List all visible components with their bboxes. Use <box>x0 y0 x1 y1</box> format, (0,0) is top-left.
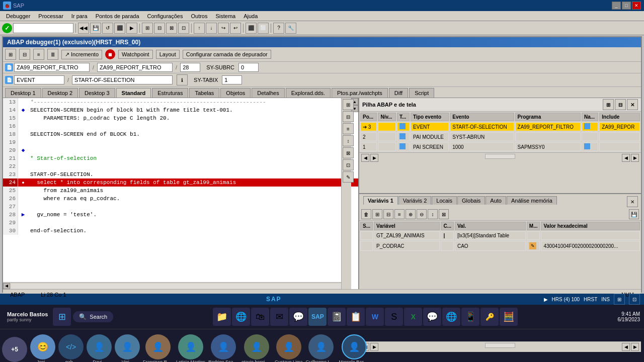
stack-btn-2[interactable]: ⊟ <box>615 99 626 110</box>
tab-diff[interactable]: Diff <box>389 88 408 98</box>
vars-btn-5[interactable]: ⊕ <box>406 209 416 219</box>
watchpoint-btn[interactable]: Watchpoint <box>118 50 153 59</box>
avatar-gustavo-circle[interactable]: 👤 <box>276 334 301 359</box>
taskbar-app-phone[interactable]: 📱 <box>461 308 479 326</box>
tab-script[interactable]: Script <box>409 88 434 98</box>
avatar-marcelo-circle[interactable]: 👤 <box>342 334 367 359</box>
addr-sytabix-input[interactable] <box>222 75 242 84</box>
tab-detalhes[interactable]: Detalhes <box>252 88 284 98</box>
code-hscroll[interactable]: ◀ ▶ <box>3 282 351 289</box>
toolbar-btn-6[interactable]: ↓ <box>206 23 217 34</box>
taskbar-app-mail[interactable]: ✉ <box>270 308 288 326</box>
tab-tabelas[interactable]: Tabelas <box>189 88 219 98</box>
vars-btn-3[interactable]: ⊟ <box>383 209 393 219</box>
toolbar-btn-back[interactable]: ◀◀ <box>78 23 89 34</box>
tab-desktop1[interactable]: Desktop 1 <box>5 88 41 98</box>
stack-nav-prev2[interactable]: ◀ <box>622 154 630 162</box>
tab-desktop3[interactable]: Desktop 3 <box>79 88 115 98</box>
vars-save-btn[interactable]: 💾 <box>629 209 639 219</box>
toolbar-btn-save[interactable]: 💾 <box>90 23 101 34</box>
menu-sistema[interactable]: Sistema <box>211 12 239 20</box>
taskbar-app-sap[interactable]: SAP <box>308 308 327 326</box>
tab-standard[interactable]: Standard <box>116 88 151 98</box>
side-btn-5[interactable]: ⊠ <box>343 147 354 158</box>
side-btn-7[interactable]: ✎ <box>343 171 354 183</box>
hscroll-left[interactable]: ◀ <box>3 283 10 289</box>
taskbar-app-calc[interactable]: 🧮 <box>500 308 518 326</box>
menu-pontos[interactable]: Pontos de parada <box>92 12 143 20</box>
sub-btn-2[interactable]: ⊟ <box>19 49 30 60</box>
menu-ajuda[interactable]: Ajuda <box>239 12 262 20</box>
side-btn-3[interactable]: ≡ <box>343 123 354 134</box>
taskbar-app-edge2[interactable]: 🌐 <box>442 308 460 326</box>
vars-tab-analise[interactable]: Análise memória <box>507 196 557 205</box>
stack-btn-1[interactable]: ⊞ <box>603 99 614 110</box>
addr-input-event[interactable] <box>14 75 64 84</box>
stack-hscroll[interactable] <box>485 154 515 159</box>
menu-ir-para[interactable]: Ir para <box>67 12 92 20</box>
vars-tab-locais[interactable]: Locais <box>432 196 457 205</box>
menu-processar[interactable]: Processar <box>34 12 67 20</box>
stack-close[interactable]: ✕ <box>627 99 638 110</box>
stack-row-2[interactable]: 2 PAI MODULE SYST-ABRUN <box>360 132 640 141</box>
taskbar-app-excel[interactable]: X <box>404 308 422 326</box>
info-btn[interactable]: ℹ <box>177 74 188 85</box>
toolbar-btn-8[interactable]: ↩ <box>230 23 241 34</box>
avatar-guilherme-circle[interactable]: 👤 <box>308 334 334 359</box>
sub-btn-1[interactable]: ⊞ <box>5 49 16 60</box>
tab-explorad[interactable]: Explorad.dds. <box>286 88 331 98</box>
avatar-rodrigo-circle[interactable]: 👤 <box>211 334 236 359</box>
vars-tab-auto[interactable]: Auto <box>486 196 506 205</box>
toolbar-btn-11[interactable]: 🔧 <box>285 23 296 34</box>
toolbar-btn-stop[interactable]: ⬛ <box>114 23 125 34</box>
taskbar-app-lastpass[interactable]: 🔑 <box>480 308 499 326</box>
avatar-otavio-circle[interactable]: 👤 <box>244 334 269 359</box>
menu-outros[interactable]: Outros <box>187 12 211 20</box>
config-btn[interactable]: Configurar camada de depurador <box>183 50 271 59</box>
vars-btn-1[interactable]: 🗑 <box>361 209 371 219</box>
search-btn[interactable]: 🔍 Search <box>73 311 113 322</box>
toolbar-btn-7[interactable]: ↪ <box>218 23 229 34</box>
toolbar-btn-refresh[interactable]: ↺ <box>102 23 113 34</box>
maximize-btn[interactable]: □ <box>622 2 631 10</box>
layout-btn[interactable]: Layout <box>156 50 180 59</box>
tab-estruturas[interactable]: Estruturas <box>152 88 188 98</box>
vars-btn-2[interactable]: ⊞ <box>372 209 382 219</box>
tab-objetos[interactable]: Objetos <box>220 88 251 98</box>
taskbar-app-edge[interactable]: 🌐 <box>232 308 250 326</box>
taskbar-app-explorer[interactable]: 📁 <box>213 308 231 326</box>
toolbar-btn-help[interactable]: ? <box>273 23 284 34</box>
toolbar-btn-2[interactable]: ⊟ <box>154 23 165 34</box>
taskbar-app-store[interactable]: 🛍 <box>251 308 269 326</box>
close-btn[interactable]: ✕ <box>632 2 641 10</box>
taskbar-app-chat[interactable]: 💬 <box>423 308 441 326</box>
stack-row-3[interactable]: ➔ 3 EVENT START-OF-SELECTION ZA99_REPORT… <box>360 122 640 131</box>
sub-btn-3[interactable]: ≡ <box>33 49 44 60</box>
avatar-leticia-circle[interactable]: 👤 <box>178 334 203 359</box>
edit-icon[interactable]: ✎ <box>529 242 536 249</box>
side-btn-6[interactable]: ⊡ <box>343 159 354 170</box>
sap-btn-2[interactable]: ⊡ <box>629 294 640 305</box>
incremento-btn[interactable]: ↗ Incremento <box>61 50 102 59</box>
sap-play-btn[interactable]: ▶ <box>544 297 548 302</box>
toolbar-btn-5[interactable]: ↑ <box>194 23 205 34</box>
avatar-davi-circle[interactable]: 👤 <box>87 334 112 359</box>
taskbar-app-task[interactable]: 📋 <box>347 308 365 326</box>
vars-row-2[interactable]: P_CODRAC CAO ✎ 430041004F002000020000200… <box>360 241 640 251</box>
vars-tab-1[interactable]: Variávis 1 <box>363 196 398 205</box>
vars-btn-6[interactable]: ⊖ <box>417 209 427 219</box>
vars-tab-2[interactable]: Variávis 2 <box>398 196 431 205</box>
side-btn-2[interactable]: ⊟ <box>343 111 354 122</box>
addr-input-selection[interactable] <box>72 75 173 84</box>
taskbar-app-teams2[interactable]: S <box>385 308 403 326</box>
addr-input-1[interactable] <box>14 63 90 72</box>
toolbar-btn-4[interactable]: ⊡ <box>178 23 189 34</box>
vars-close[interactable]: ✕ <box>627 196 638 207</box>
toolbar-input[interactable] <box>13 23 73 33</box>
addr-input-3[interactable] <box>180 63 200 72</box>
windows-btn[interactable]: ⊞ <box>53 308 71 326</box>
toolbar-btn-1[interactable]: ⊞ <box>142 23 153 34</box>
toolbar-btn-10[interactable]: ⬜ <box>258 23 269 34</box>
sap-btn-1[interactable]: ⊞ <box>614 294 625 305</box>
taskbar-app-word[interactable]: W <box>366 308 384 326</box>
